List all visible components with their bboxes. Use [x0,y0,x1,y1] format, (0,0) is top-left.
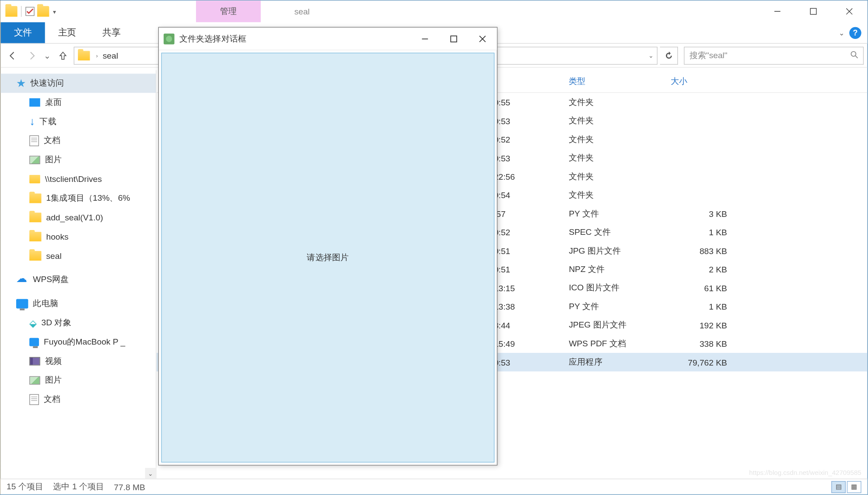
dialog-maximize-button[interactable] [439,27,468,50]
cell-type: 文件夹 [564,115,666,126]
document-icon [29,394,39,405]
sidebar-item-downloads[interactable]: ↓下载 [0,112,156,131]
sidebar-item-tsclient[interactable]: \\tsclient\Drives [0,170,156,189]
window-titlebar: ▾ 管理 seal [0,0,867,22]
qat-new-folder-icon[interactable] [36,5,50,18]
nav-up-button[interactable] [55,47,71,64]
cell-type: 文件夹 [564,171,666,182]
qat-dropdown-icon[interactable]: ▾ [53,8,56,14]
sidebar-item-quickaccess[interactable]: ★快速访问 [0,74,156,93]
sidebar-item-documents[interactable]: 文档 [0,131,156,150]
sidebar-label: 3D 对象 [42,317,71,328]
pictures-icon [29,376,40,384]
maximize-button[interactable] [795,0,831,22]
cell-size: 61 KB [666,283,732,293]
sidebar-item-pictures[interactable]: 图片 [0,150,156,170]
cell-type: 文件夹 [564,153,666,164]
close-button[interactable] [831,0,867,22]
svg-rect-2 [810,8,816,14]
sidebar-item-desktop[interactable]: 桌面 [0,93,156,112]
cloud-icon [16,275,28,284]
dialog-drop-area[interactable]: 请选择图片 [161,53,495,463]
folder-icon [29,213,41,222]
sidebar-label: 文档 [44,136,60,146]
address-dropdown-icon[interactable]: ⌄ [644,47,657,64]
ribbon-tab-home[interactable]: 主页 [45,22,89,43]
cell-size: 1 KB [666,302,732,311]
cell-type: 文件夹 [564,134,666,145]
ribbon-tab-share[interactable]: 共享 [89,22,133,43]
cell-type: ICO 图片文件 [564,282,666,293]
nav-back-button[interactable] [4,47,21,64]
sidebar-item-thispc[interactable]: 此电脑 [0,294,156,314]
cell-type: 应用程序 [564,357,666,368]
search-placeholder: 搜索"seal" [690,50,728,61]
sidebar-item-macbook[interactable]: Fuyou的MacBook P _ [0,332,156,352]
dialog-close-button[interactable] [468,27,497,50]
status-size: 77.8 MB [114,482,145,492]
sidebar-label: 视频 [45,356,62,367]
cube-icon: ⬙ [29,317,36,328]
dialog-minimize-button[interactable] [410,27,439,50]
sidebar-item-hooks[interactable]: hooks [0,227,156,246]
sidebar-label: seal [46,251,61,261]
cell-size: 192 KB [666,320,732,330]
document-icon [29,136,39,146]
sidebar-label: add_seal(V1.0) [46,213,103,222]
status-bar: 15 个项目 选中 1 个项目 77.8 MB ▤ ▦ [0,479,867,495]
mac-icon [29,338,39,346]
sidebar-item-proj1[interactable]: 1集成项目（13%、6% [0,189,156,208]
column-header-size[interactable]: 大小 [666,76,732,87]
ribbon-collapse-icon[interactable]: ⌄ [839,28,845,37]
minimize-button[interactable] [760,0,795,22]
dialog-titlebar[interactable]: 文件夹选择对话框 [159,28,497,50]
drive-icon [29,175,40,183]
sidebar-item-wps[interactable]: WPS网盘 [0,270,156,289]
view-details-button[interactable]: ▤ [831,481,846,492]
qat-properties-icon[interactable] [25,7,35,16]
cell-type: JPEG 图片文件 [564,320,666,331]
svg-rect-8 [451,36,457,42]
app-folder-icon[interactable] [5,6,17,17]
nav-recent-dropdown[interactable]: ⌄ [42,47,52,64]
download-arrow-icon: ↓ [29,115,35,128]
sidebar-label: 下载 [39,116,56,127]
sidebar-item-videos[interactable]: 视频 [0,352,156,371]
sidebar-label: WPS网盘 [33,274,69,285]
sidebar-label: 图片 [45,154,62,165]
sidebar-label: 图片 [45,375,62,386]
sidebar-item-addseal[interactable]: add_seal(V1.0) [0,208,156,227]
nav-forward-button[interactable] [23,47,40,64]
view-icons-button[interactable]: ▦ [847,481,861,492]
sidebar-scroll-down-icon[interactable]: ⌄ [145,468,156,479]
svg-line-6 [855,56,858,58]
cell-type: 文件夹 [564,190,666,201]
cell-type: WPS PDF 文档 [564,338,666,349]
ribbon-tab-file[interactable]: 文件 [0,22,45,43]
cell-size: 79,762 KB [666,357,732,367]
column-header-type[interactable]: 类型 [564,76,666,87]
refresh-button[interactable] [660,46,678,64]
sidebar-item-pictures2[interactable]: 图片 [0,371,156,390]
svg-point-5 [851,52,856,56]
cell-size: 338 KB [666,339,732,349]
sidebar-label: 文档 [44,394,60,405]
cell-type: JPG 图片文件 [564,245,666,256]
sidebar-item-seal[interactable]: seal [0,246,156,265]
pc-icon [16,299,28,309]
sidebar-item-documents2[interactable]: 文档 [0,390,156,409]
breadcrumb-chevron-icon[interactable]: › [94,52,101,59]
sidebar-label: 1集成项目（13%、6% [46,193,130,204]
sidebar-label: 桌面 [45,97,62,108]
help-icon[interactable]: ? [849,27,861,38]
folder-icon [29,251,41,261]
breadcrumb-item[interactable]: seal [100,51,120,60]
sidebar-item-3dobjects[interactable]: ⬙3D 对象 [0,314,156,333]
cell-size: 2 KB [666,265,732,274]
cell-size: 3 KB [666,209,732,218]
ribbon-context-tab[interactable]: 管理 [196,0,261,22]
dialog-title: 文件夹选择对话框 [179,33,411,44]
search-icon[interactable] [850,50,858,60]
sidebar-label: Fuyou的MacBook P _ [44,337,125,348]
search-input[interactable]: 搜索"seal" [684,46,864,64]
